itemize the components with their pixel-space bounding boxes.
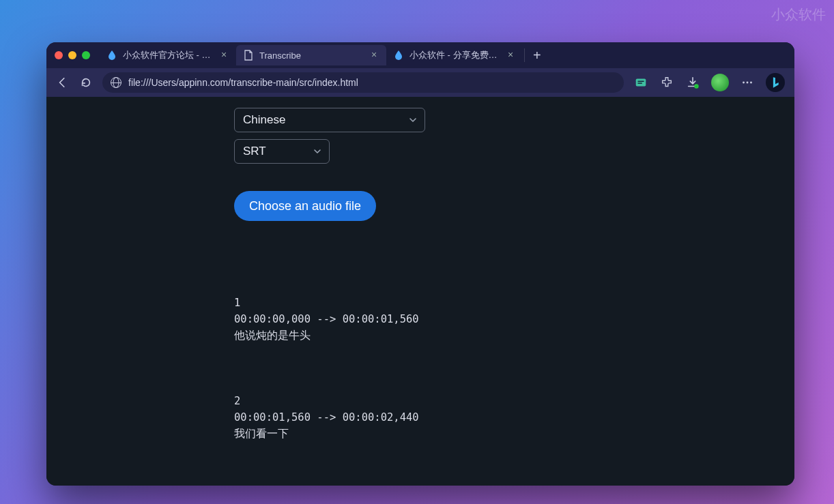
chevron-down-icon — [313, 147, 322, 156]
back-button[interactable] — [56, 76, 70, 89]
svg-point-3 — [747, 82, 749, 84]
profile-avatar[interactable] — [711, 74, 729, 91]
tab-separator — [524, 48, 525, 62]
language-select[interactable]: Chinese — [234, 108, 425, 132]
more-icon[interactable] — [740, 75, 755, 90]
drop-icon — [106, 50, 117, 61]
close-tab-icon[interactable]: × — [505, 50, 516, 61]
url-text: file:///Users/appinn.com/transcribe-main… — [128, 77, 358, 88]
choose-file-button[interactable]: Choose an audio file — [234, 191, 376, 221]
toolbar-right — [633, 73, 785, 92]
svg-point-2 — [743, 82, 745, 84]
controls: Chinese SRT Choose an audio file — [46, 108, 794, 221]
tab-transcribe[interactable]: Transcribe × — [236, 45, 386, 65]
chevron-down-icon — [408, 115, 418, 125]
drop-icon — [393, 50, 404, 61]
srt-entry: 2 00:00:01,560 --> 00:00:02,440 我们看一下 — [234, 393, 794, 442]
bing-chat-icon[interactable] — [766, 73, 785, 92]
srt-entry: 1 00:00:00,000 --> 00:00:01,560 他说炖的是牛头 — [234, 295, 794, 344]
close-tab-icon[interactable]: × — [218, 50, 229, 61]
tab-appinn-forum[interactable]: 小众软件官方论坛 - 小众软件 × — [100, 45, 236, 65]
close-tab-icon[interactable]: × — [369, 50, 379, 61]
tab-title: 小众软件 - 分享免费、小巧、实 — [409, 49, 500, 61]
format-value: SRT — [243, 145, 266, 158]
downloads-icon[interactable] — [685, 75, 700, 90]
srt-output: 1 00:00:00,000 --> 00:00:01,560 他说炖的是牛头 … — [46, 262, 794, 486]
page-content: Chinese SRT Choose an audio file 1 00:00… — [46, 97, 794, 486]
format-select[interactable]: SRT — [234, 139, 330, 164]
window-controls — [55, 51, 90, 59]
new-tab-button[interactable]: + — [526, 48, 548, 63]
language-value: Chinese — [243, 113, 285, 127]
toolbar: file:///Users/appinn.com/transcribe-main… — [46, 68, 794, 97]
reload-button[interactable] — [79, 76, 93, 89]
tab-bar: 小众软件官方论坛 - 小众软件 × Transcribe × 小众软件 - 分享… — [46, 42, 794, 68]
page-icon — [243, 50, 254, 61]
globe-icon — [111, 77, 121, 88]
tab-title: 小众软件官方论坛 - 小众软件 — [123, 49, 213, 61]
svg-point-4 — [750, 82, 752, 84]
reader-mode-icon[interactable] — [633, 75, 648, 90]
watermark: 小众软件 — [771, 5, 826, 24]
tab-title: Transcribe — [259, 50, 363, 61]
maximize-window-icon[interactable] — [82, 51, 90, 59]
minimize-window-icon[interactable] — [68, 51, 76, 59]
extensions-icon[interactable] — [659, 75, 674, 90]
browser-window: 小众软件官方论坛 - 小众软件 × Transcribe × 小众软件 - 分享… — [46, 42, 794, 486]
tab-appinn-home[interactable]: 小众软件 - 分享免费、小巧、实 × — [386, 45, 523, 65]
address-bar[interactable]: file:///Users/appinn.com/transcribe-main… — [102, 72, 624, 93]
svg-rect-0 — [636, 79, 646, 87]
close-window-icon[interactable] — [55, 51, 63, 59]
